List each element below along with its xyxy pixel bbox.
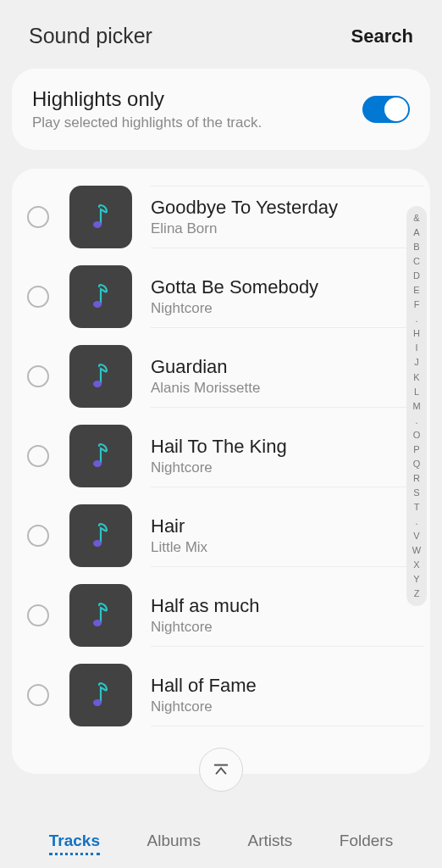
- highlights-card: Highlights only Play selected highlights…: [12, 69, 430, 150]
- svg-point-3: [93, 460, 102, 467]
- select-radio[interactable]: [27, 684, 49, 706]
- track-info: Hall of FameNightcore: [151, 664, 423, 726]
- index-letter[interactable]: .: [415, 515, 417, 529]
- index-letter[interactable]: O: [413, 428, 421, 442]
- svg-point-1: [93, 301, 102, 308]
- track-info: GuardianAlanis Morissette: [151, 345, 423, 408]
- index-letter[interactable]: .: [415, 414, 417, 428]
- index-letter[interactable]: I: [415, 341, 417, 355]
- track-title: Goodbye To Yesterday: [151, 197, 398, 219]
- music-note-icon: [89, 602, 113, 629]
- music-note-icon: [89, 522, 113, 549]
- select-radio[interactable]: [27, 525, 49, 547]
- index-letter[interactable]: A: [413, 225, 419, 240]
- index-letter[interactable]: T: [414, 500, 420, 515]
- highlights-text: Highlights only Play selected highlights…: [32, 87, 262, 131]
- track-info: HairLittle Mix: [151, 504, 423, 567]
- music-note-icon: [89, 203, 113, 231]
- svg-point-5: [93, 620, 102, 626]
- music-note-icon: [89, 283, 113, 310]
- svg-point-0: [93, 221, 102, 228]
- index-letter[interactable]: D: [413, 269, 420, 283]
- track-title: Hail To The King: [151, 436, 398, 458]
- track-artist: Nightcore: [151, 698, 398, 715]
- chevron-up-icon: [212, 760, 230, 779]
- select-radio[interactable]: [27, 365, 49, 387]
- toggle-knob: [384, 97, 408, 121]
- svg-point-4: [93, 540, 102, 547]
- tab-artists[interactable]: Artists: [248, 832, 293, 850]
- music-note-icon: [89, 442, 113, 470]
- index-letter[interactable]: C: [413, 254, 420, 269]
- tab-albums[interactable]: Albums: [147, 832, 201, 850]
- select-radio[interactable]: [27, 206, 49, 228]
- index-letter[interactable]: .: [415, 312, 417, 326]
- search-button[interactable]: Search: [351, 25, 413, 47]
- album-art: [69, 345, 132, 408]
- track-row[interactable]: Half as muchNightcore: [12, 576, 430, 655]
- track-title: Gotta Be Somebody: [151, 276, 398, 298]
- album-art: [69, 186, 132, 248]
- tab-tracks[interactable]: Tracks: [49, 832, 100, 850]
- select-radio[interactable]: [27, 445, 49, 467]
- index-letter[interactable]: Q: [413, 457, 421, 471]
- track-row[interactable]: Hall of FameNightcore: [12, 655, 430, 735]
- index-letter[interactable]: V: [413, 529, 419, 543]
- bottom-tabs: Tracks Albums Artists Folders: [0, 814, 442, 868]
- track-info: Half as muchNightcore: [151, 584, 423, 647]
- track-row[interactable]: Gotta Be SomebodyNightcore: [12, 257, 430, 337]
- index-letter[interactable]: X: [413, 558, 419, 572]
- track-title: Hair: [151, 515, 398, 537]
- alpha-index[interactable]: &ABCDEF.HIJKLM.OPQRST.VWXYZ: [406, 206, 427, 606]
- index-letter[interactable]: &: [413, 211, 419, 225]
- track-artist: Nightcore: [151, 459, 398, 476]
- track-row[interactable]: GuardianAlanis Morissette: [12, 337, 430, 416]
- svg-point-2: [93, 381, 102, 387]
- track-row[interactable]: Goodbye To YesterdayElina Born: [12, 177, 430, 257]
- index-letter[interactable]: E: [413, 283, 419, 298]
- track-artist: Alanis Morissette: [151, 380, 398, 397]
- track-artist: Nightcore: [151, 300, 398, 317]
- track-artist: Elina Born: [151, 220, 398, 237]
- music-note-icon: [89, 363, 113, 390]
- track-info: Goodbye To YesterdayElina Born: [151, 186, 423, 248]
- select-radio[interactable]: [27, 604, 49, 626]
- index-letter[interactable]: Y: [413, 572, 419, 587]
- select-radio[interactable]: [27, 286, 49, 308]
- index-letter[interactable]: R: [413, 471, 420, 486]
- index-letter[interactable]: Z: [414, 587, 420, 601]
- index-letter[interactable]: K: [413, 370, 419, 385]
- index-letter[interactable]: P: [413, 442, 419, 457]
- album-art: [69, 425, 132, 487]
- index-letter[interactable]: F: [414, 298, 420, 312]
- header: Sound picker Search: [0, 0, 442, 69]
- index-letter[interactable]: M: [412, 399, 420, 414]
- album-art: [69, 664, 132, 726]
- music-note-icon: [89, 682, 113, 709]
- track-title: Half as much: [151, 595, 398, 617]
- index-letter[interactable]: S: [413, 486, 419, 500]
- track-title: Guardian: [151, 356, 398, 378]
- index-letter[interactable]: B: [413, 240, 419, 254]
- highlights-title: Highlights only: [32, 87, 262, 111]
- track-artist: Nightcore: [151, 619, 398, 636]
- svg-point-6: [93, 699, 102, 706]
- album-art: [69, 265, 132, 328]
- track-info: Hail To The KingNightcore: [151, 425, 423, 487]
- album-art: [69, 584, 132, 647]
- track-info: Gotta Be SomebodyNightcore: [151, 265, 423, 328]
- track-row[interactable]: HairLittle Mix: [12, 496, 430, 576]
- index-letter[interactable]: L: [414, 385, 419, 399]
- track-row[interactable]: Hail To The KingNightcore: [12, 416, 430, 496]
- track-list: Goodbye To YesterdayElina BornGotta Be S…: [12, 169, 430, 774]
- highlights-subtitle: Play selected highlights of the track.: [32, 114, 262, 131]
- index-letter[interactable]: H: [413, 326, 420, 341]
- album-art: [69, 504, 132, 567]
- highlights-toggle[interactable]: [362, 96, 410, 123]
- index-letter[interactable]: W: [412, 543, 421, 558]
- index-letter[interactable]: J: [414, 355, 419, 370]
- scroll-top-button[interactable]: [199, 748, 243, 792]
- page-title: Sound picker: [29, 24, 152, 48]
- tab-folders[interactable]: Folders: [340, 832, 393, 850]
- track-artist: Little Mix: [151, 539, 398, 556]
